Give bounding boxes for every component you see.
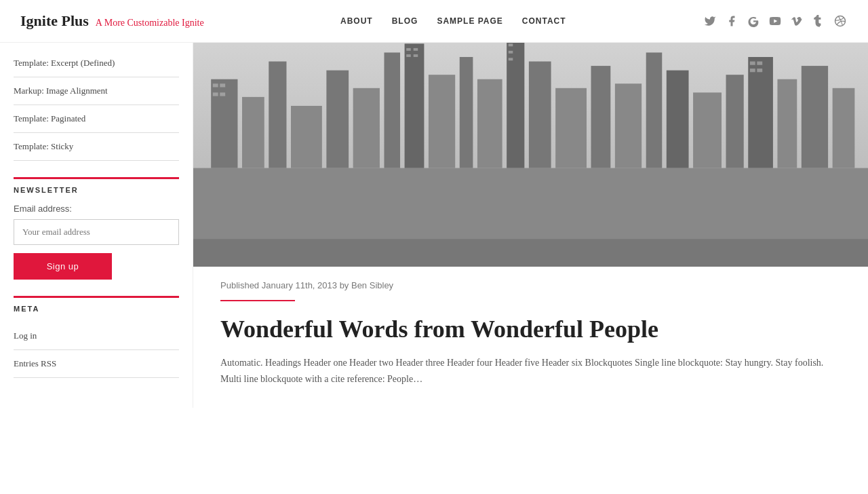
meta-section-title: META xyxy=(14,296,179,313)
svg-rect-32 xyxy=(414,48,418,51)
nav-blog[interactable]: BLOG xyxy=(392,16,418,26)
svg-rect-17 xyxy=(591,66,611,168)
google-icon[interactable] xyxy=(746,14,761,28)
newsletter-email-input[interactable] xyxy=(14,219,179,245)
svg-rect-33 xyxy=(406,54,411,57)
svg-rect-40 xyxy=(750,69,755,72)
list-item: Markup: Image Alignment xyxy=(14,77,179,105)
newsletter-signup-button[interactable]: Sign up xyxy=(14,253,112,280)
dribbble-icon[interactable] xyxy=(833,14,848,28)
svg-rect-13 xyxy=(477,79,502,168)
svg-rect-4 xyxy=(242,97,264,168)
svg-rect-28 xyxy=(220,83,225,87)
twitter-icon[interactable] xyxy=(703,14,717,28)
main-nav: ABOUT BLOG SAMPLE PAGE CONTACT xyxy=(340,16,566,26)
svg-rect-7 xyxy=(326,71,349,168)
svg-rect-10 xyxy=(405,43,425,168)
svg-rect-15 xyxy=(529,62,551,168)
svg-rect-11 xyxy=(429,75,455,168)
svg-rect-12 xyxy=(460,57,473,168)
article-meta-underline xyxy=(220,300,295,301)
svg-rect-42 xyxy=(193,239,868,267)
svg-rect-34 xyxy=(414,54,418,57)
svg-rect-22 xyxy=(726,75,744,168)
svg-rect-23 xyxy=(748,57,773,168)
newsletter-section-title: NEWSLETTER xyxy=(14,177,179,194)
svg-rect-5 xyxy=(269,62,286,168)
recent-post-link[interactable]: Markup: Image Alignment xyxy=(14,86,108,96)
logo-area: Ignite Plus A More Customizable Ignite xyxy=(20,12,204,30)
meta-links-list: Log in Entries RSS xyxy=(14,322,179,378)
svg-rect-41 xyxy=(757,69,762,72)
svg-rect-18 xyxy=(615,83,642,168)
hero-image xyxy=(193,43,868,267)
svg-rect-9 xyxy=(384,52,400,168)
facebook-icon[interactable] xyxy=(724,14,739,28)
list-item: Log in xyxy=(14,322,179,350)
recent-post-link[interactable]: Template: Excerpt (Defined) xyxy=(14,58,115,68)
meta-rss-link[interactable]: Entries RSS xyxy=(14,358,56,368)
svg-rect-26 xyxy=(833,88,855,168)
svg-rect-29 xyxy=(213,92,218,96)
sidebar: Template: Excerpt (Defined) Markup: Imag… xyxy=(0,43,193,408)
svg-rect-20 xyxy=(667,71,689,168)
list-item: Template: Paginated xyxy=(14,105,179,133)
recent-post-link[interactable]: Template: Sticky xyxy=(14,141,73,151)
logo-title[interactable]: Ignite Plus xyxy=(20,12,89,30)
vimeo-icon[interactable] xyxy=(789,14,804,28)
svg-rect-6 xyxy=(291,106,322,168)
svg-rect-19 xyxy=(646,52,663,168)
list-item: Template: Sticky xyxy=(14,133,179,161)
svg-rect-14 xyxy=(507,43,524,168)
nav-about[interactable]: ABOUT xyxy=(340,16,373,26)
svg-rect-8 xyxy=(353,88,380,168)
article-meta: Published January 11th, 2013 by Ben Sibl… xyxy=(193,267,868,296)
svg-rect-39 xyxy=(757,62,762,65)
svg-rect-21 xyxy=(693,92,722,168)
main-content: Published January 11th, 2013 by Ben Sibl… xyxy=(193,43,868,408)
nav-contact[interactable]: CONTACT xyxy=(522,16,566,26)
svg-rect-37 xyxy=(509,58,513,60)
tumblr-icon[interactable] xyxy=(811,14,826,28)
article-excerpt: Automatic. Headings Header one Header tw… xyxy=(193,355,868,387)
list-item: Template: Excerpt (Defined) xyxy=(14,50,179,77)
svg-rect-25 xyxy=(802,66,828,168)
youtube-icon[interactable] xyxy=(768,14,783,28)
site-header: Ignite Plus A More Customizable Ignite A… xyxy=(0,0,868,43)
svg-rect-38 xyxy=(750,62,755,65)
svg-rect-30 xyxy=(220,92,225,96)
newsletter-email-label: Email address: xyxy=(14,204,179,214)
logo-tagline: A More Customizable Ignite xyxy=(96,18,204,28)
svg-rect-24 xyxy=(777,79,797,168)
meta-login-link[interactable]: Log in xyxy=(14,330,37,341)
content-area: Template: Excerpt (Defined) Markup: Imag… xyxy=(0,43,868,408)
svg-rect-16 xyxy=(555,88,587,168)
svg-rect-36 xyxy=(509,51,513,54)
svg-rect-27 xyxy=(213,83,218,87)
recent-post-link[interactable]: Template: Paginated xyxy=(14,113,85,124)
recent-posts-list: Template: Excerpt (Defined) Markup: Imag… xyxy=(14,50,179,161)
svg-rect-3 xyxy=(211,79,237,168)
social-icons-bar xyxy=(703,14,848,28)
svg-rect-31 xyxy=(406,48,411,51)
article-title: Wonderful Words from Wonderful People xyxy=(193,311,868,355)
nav-sample-page[interactable]: SAMPLE PAGE xyxy=(437,16,502,26)
svg-rect-35 xyxy=(509,43,513,46)
list-item: Entries RSS xyxy=(14,350,179,378)
